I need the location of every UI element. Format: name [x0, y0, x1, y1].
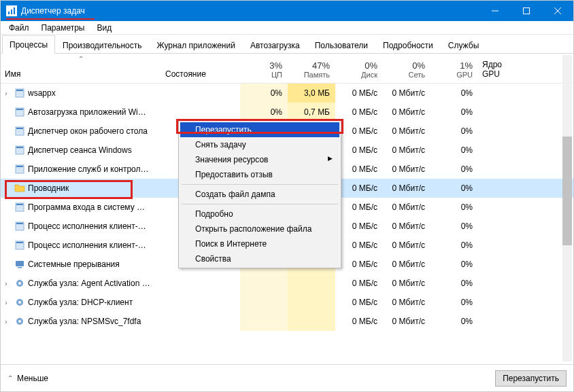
ctx-resource-values[interactable]: Значения ресурсов▶ [180, 152, 339, 167]
cell-gpu: 0% [430, 198, 478, 217]
ctx-resource-values-label: Значения ресурсов [195, 155, 268, 164]
app-icon [6, 5, 17, 16]
ctx-search-online[interactable]: Поиск в Интернете [180, 236, 339, 251]
ctx-details-label: Подробно [195, 209, 233, 219]
process-row[interactable]: ›Служба узла: Agent Activation …0 МБ/с0 … [1, 274, 573, 293]
cell-network: 0 Мбит/с [383, 122, 430, 141]
col-status-label: Состояние [165, 69, 206, 79]
menu-view[interactable]: Вид [91, 22, 117, 34]
menubar: Файл Параметры Вид [1, 21, 573, 35]
menu-options[interactable]: Параметры [36, 22, 90, 34]
gear-icon [14, 316, 25, 327]
minimize-button[interactable] [479, 1, 511, 21]
ctx-feedback[interactable]: Предоставить отзыв [180, 167, 339, 182]
svg-rect-24 [18, 267, 22, 268]
fewer-details-toggle[interactable]: ⌃ Меньше [7, 374, 48, 383]
cell-memory: 0,7 МБ [288, 103, 335, 122]
process-row[interactable]: ›Служба узла: DHCP-клиент0 МБ/с0 Мбит/с0… [1, 293, 573, 312]
col-name-label: Имя [5, 69, 20, 79]
context-menu: Перезапустить Снять задачу Значения ресу… [178, 120, 341, 268]
svg-rect-14 [16, 147, 23, 148]
vertical-scrollbar[interactable] [562, 55, 572, 361]
tab-6[interactable]: Службы [441, 36, 486, 54]
ctx-separator [182, 204, 338, 204]
cell-network: 0 Мбит/с [383, 312, 430, 331]
cell-network: 0 Мбит/с [383, 293, 430, 312]
ctx-restart[interactable]: Перезапустить [180, 122, 339, 137]
cell-network: 0 Мбит/с [383, 160, 430, 179]
sort-indicator-icon: ⌃ [78, 55, 84, 63]
process-name: wsappx [28, 88, 161, 98]
col-memory-pct: 47% [312, 60, 330, 71]
ctx-separator [182, 184, 338, 185]
col-name[interactable]: ⌃ Имя [1, 54, 161, 83]
cell-gpu: 0% [430, 84, 478, 103]
expand-toggle[interactable]: › [1, 280, 12, 287]
app-icon [14, 107, 25, 118]
svg-point-28 [18, 301, 21, 304]
tab-3[interactable]: Автозагрузка [243, 36, 307, 54]
cell-gpu: 0% [430, 141, 478, 160]
col-network[interactable]: 0% Сеть [383, 54, 430, 83]
cell-memory [288, 293, 335, 312]
cell-gpu: 0% [430, 255, 478, 274]
cell-network: 0 Мбит/с [383, 103, 430, 122]
tab-4[interactable]: Пользователи [307, 36, 375, 54]
tab-1[interactable]: Производительность [55, 36, 149, 54]
cell-disk: 0 МБ/с [335, 236, 383, 255]
window-title: Диспетчер задач [21, 6, 479, 16]
tab-5[interactable]: Подробности [375, 36, 441, 54]
ctx-properties[interactable]: Свойства [180, 251, 339, 266]
process-row[interactable]: ›Служба узла: NPSMSvc_7fdfa0 МБ/с0 Мбит/… [1, 312, 573, 331]
cell-gpu: 0% [430, 274, 478, 293]
svg-rect-1 [11, 10, 12, 14]
svg-point-26 [18, 282, 21, 285]
gear-icon [14, 278, 25, 289]
cell-gpu: 0% [430, 179, 478, 198]
process-row[interactable]: Автозагрузка приложений Wi…0%0,7 МБ0 МБ/… [1, 103, 573, 122]
col-gpu[interactable]: 1% GPU [430, 54, 478, 83]
cell-network: 0 Мбит/с [383, 217, 430, 236]
col-memory[interactable]: 47% Память [288, 54, 335, 83]
cell-cpu: 0% [240, 103, 288, 122]
col-cpu[interactable]: 3% ЦП [240, 54, 288, 83]
close-button[interactable] [542, 1, 573, 21]
submenu-arrow-icon: ▶ [328, 155, 333, 162]
tab-2[interactable]: Журнал приложений [150, 36, 243, 54]
chevron-up-icon: ⌃ [7, 374, 13, 382]
scrollbar-thumb[interactable] [562, 137, 572, 245]
action-button[interactable]: Перезапустить [495, 370, 567, 387]
cell-network: 0 Мбит/с [383, 198, 430, 217]
cell-disk: 0 МБ/с [335, 141, 383, 160]
col-disk[interactable]: 0% Диск [335, 54, 383, 83]
svg-rect-12 [16, 128, 23, 129]
maximize-button[interactable] [511, 1, 542, 21]
col-gpu-label: GPU [456, 71, 473, 79]
process-row[interactable]: ›wsappx0%3,0 МБ0 МБ/с0 Мбит/с0% [1, 84, 573, 103]
expand-toggle[interactable]: › [1, 299, 12, 306]
app-icon [14, 164, 25, 175]
ctx-details[interactable]: Подробно [180, 207, 339, 221]
ctx-open-location-label: Открыть расположение файла [195, 224, 311, 234]
ctx-create-dump[interactable]: Создать файл дампа [180, 187, 339, 202]
cell-gpu: 0% [430, 122, 478, 141]
col-disk-label: Диск [361, 71, 377, 79]
tab-0[interactable]: Процессы [2, 35, 55, 54]
cell-memory [288, 274, 335, 293]
cell-memory: 3,0 МБ [288, 84, 335, 103]
app-icon [14, 88, 25, 99]
col-disk-pct: 0% [365, 60, 377, 71]
ctx-end-task[interactable]: Снять задачу [180, 137, 339, 152]
col-gpu-engine[interactable]: Ядро GPU [478, 54, 526, 83]
cell-network: 0 Мбит/с [383, 179, 430, 198]
process-name: Служба узла: DHCP-клиент [28, 298, 161, 307]
expand-toggle[interactable]: › [1, 318, 12, 325]
cell-disk: 0 МБ/с [335, 122, 383, 141]
ctx-open-location[interactable]: Открыть расположение файла [180, 221, 339, 236]
expand-toggle[interactable]: › [1, 90, 12, 97]
ctx-end-task-label: Снять задачу [195, 140, 246, 149]
process-name: Процесс исполнения клиент-… [28, 240, 161, 250]
col-status[interactable]: Состояние [161, 54, 240, 83]
process-name: Служба узла: Agent Activation … [28, 279, 161, 288]
menu-file[interactable]: Файл [3, 22, 35, 34]
